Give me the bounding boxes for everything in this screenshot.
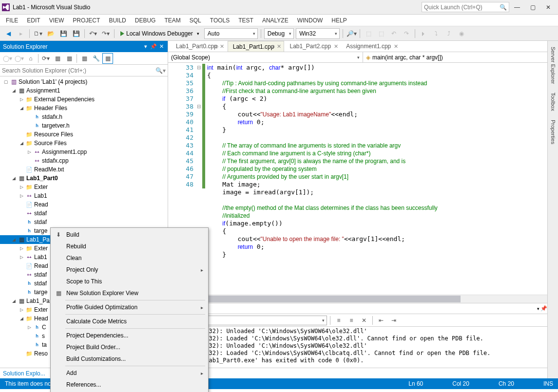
tree-item[interactable]: ▷Assignment1.cpp (0, 148, 168, 156)
step-into-button[interactable]: ⏵ (418, 28, 429, 39)
breakpoint-button[interactable]: ◉ (456, 28, 467, 39)
ctx-add[interactable]: Add (52, 367, 207, 379)
se-refresh-button[interactable]: ▦ (52, 53, 63, 64)
tree-item[interactable]: stdaf (0, 209, 168, 218)
indent-left-button[interactable]: ⇤ (376, 315, 386, 326)
se-home-button[interactable]: ⌂ (25, 53, 36, 64)
side-tab-server-explorer[interactable]: Server Explorer (549, 43, 558, 88)
menu-window[interactable]: WINDOW (293, 16, 327, 25)
tree-item[interactable]: Read (0, 200, 168, 209)
search-icon[interactable]: 🔍▾ (155, 67, 166, 74)
menu-edit[interactable]: EDIT (23, 16, 44, 25)
ctx-new-solution-explorer-view[interactable]: ▦New Solution Explorer View (52, 287, 207, 299)
tree-item[interactable]: ▷External Dependencies (0, 95, 168, 104)
panel-close-icon[interactable]: ✕ (158, 43, 165, 50)
expand-icon[interactable]: ◢ (19, 316, 24, 321)
code-editor[interactable]: 33 34 35 36 37 38 39 40 41 42 43 44 45 4… (168, 63, 558, 295)
horizontal-scrollbar[interactable] (168, 295, 558, 303)
close-tab-icon[interactable]: ✕ (393, 43, 399, 50)
tree-item[interactable]: stdaf (0, 218, 168, 226)
editor-tab[interactable]: Lab1_Part1.cpp⊘✕ (228, 41, 285, 52)
pin-icon[interactable]: 📌 (540, 305, 547, 312)
tree-item[interactable]: ◢Lab1_Part0 (0, 174, 168, 183)
find-in-files-button[interactable]: 🔎▾ (346, 28, 357, 39)
se-forward-button[interactable]: ◯▾ (14, 53, 24, 64)
menu-test[interactable]: TEST (234, 16, 257, 25)
menu-view[interactable]: VIEW (45, 16, 68, 25)
open-file-button[interactable]: 📂 (45, 28, 56, 39)
menu-file[interactable]: FILE (2, 16, 22, 25)
ctx-build[interactable]: ⬇Build (52, 229, 207, 241)
ctx-rebuild[interactable]: Rebuild (52, 241, 207, 252)
tree-item[interactable]: ◢Assignment1 (0, 86, 168, 95)
close-button[interactable]: ✕ (540, 1, 556, 13)
menu-sql[interactable]: SQL (186, 16, 205, 25)
ctx-project-only[interactable]: Project Only (52, 264, 207, 276)
side-tab-properties[interactable]: Properties (549, 116, 558, 148)
clear-output-button[interactable]: ≡ (333, 315, 344, 326)
project-context-menu[interactable]: ⬇BuildRebuildCleanProject OnlyScope to T… (50, 227, 209, 392)
comment-button[interactable]: ⬚ (363, 28, 374, 39)
se-properties-button[interactable]: ▦ (79, 53, 90, 64)
tree-item[interactable]: Resource Files (0, 130, 168, 139)
ctx-profile-guided-optimization[interactable]: Profile Guided Optimization (52, 301, 207, 313)
menu-build[interactable]: BUILD (105, 16, 130, 25)
menu-project[interactable]: PROJECT (69, 16, 104, 25)
minimize-button[interactable]: — (509, 1, 525, 13)
indent-right-button[interactable]: ⇥ (388, 315, 399, 326)
expand-icon[interactable]: ◢ (11, 88, 17, 93)
scope-left[interactable]: (Global Scope) (168, 52, 363, 62)
ctx-build-customizations-[interactable]: Build Customizations... (52, 353, 207, 365)
scope-right[interactable]: ◈main(int argc, char * argv[]) (363, 52, 558, 62)
menu-tools[interactable]: TOOLS (206, 16, 233, 25)
maximize-button[interactable]: ▢ (525, 1, 540, 13)
expand-icon[interactable]: ◢ (11, 176, 17, 181)
tree-item[interactable]: ▢Solution 'Lab1' (4 projects) (0, 77, 168, 86)
toggle-wrap-button[interactable]: ≡ (346, 315, 357, 326)
ctx-project-dependencies-[interactable]: Project Dependencies... (52, 330, 207, 341)
ctx-clean[interactable]: Clean (52, 252, 207, 264)
output-panel-dropdown-icon[interactable]: ▾ (537, 306, 539, 311)
expand-icon[interactable]: ◢ (11, 299, 17, 303)
search-icon[interactable]: 🔍 (500, 4, 507, 11)
tree-item[interactable]: ▷Lab1 (0, 191, 168, 200)
quick-launch-input[interactable] (424, 4, 500, 11)
expand-icon[interactable]: ◢ (19, 106, 24, 111)
pin-icon[interactable]: 📌 (150, 43, 157, 50)
expand-icon[interactable]: ▷ (19, 193, 24, 198)
editor-tab[interactable]: Assignment1.cpp✕ (341, 41, 401, 52)
close-tab-icon[interactable]: ✕ (333, 43, 339, 50)
se-showall-button[interactable]: ▦ (64, 53, 75, 64)
solution-explorer-search[interactable]: 🔍▾ (0, 65, 168, 76)
undo2-button[interactable]: ↶ (388, 28, 399, 39)
code-text[interactable]: int main(int argc, char* argv[]) { //Tip… (205, 63, 558, 295)
expand-icon[interactable]: ▷ (19, 97, 24, 102)
redo2-button[interactable]: ↷ (401, 28, 412, 39)
editor-tab[interactable]: Lab1_Part2.cpp✕ (285, 41, 341, 52)
save-button[interactable]: 💾 (58, 28, 69, 39)
pin-icon[interactable]: ⊘ (214, 44, 218, 49)
nav-back-button[interactable]: ◀ (3, 28, 14, 39)
tree-item[interactable]: stdafx.cpp (0, 156, 168, 165)
output-clear-button[interactable]: ✕ (359, 315, 369, 326)
expand-icon[interactable]: ▷ (19, 255, 24, 260)
expand-icon[interactable]: ◢ (11, 237, 17, 242)
solution-config[interactable]: Debug (264, 28, 294, 39)
undo-button[interactable]: ↶▾ (88, 28, 98, 39)
menu-help[interactable]: HELP (327, 16, 350, 25)
tree-item[interactable]: targetver.h (0, 121, 168, 130)
pin-icon[interactable]: ⊘ (271, 44, 275, 49)
menu-debug[interactable]: DEBUG (131, 16, 160, 25)
se-wrench-button[interactable]: 🔧 (91, 53, 101, 64)
new-project-button[interactable]: 🗋▾ (33, 28, 43, 39)
ctx-project-build-order-[interactable]: Project Build Order... (52, 341, 207, 353)
expand-icon[interactable]: ▷ (26, 325, 32, 330)
tree-item[interactable]: ◢Header Files (0, 104, 168, 112)
menu-analyze[interactable]: ANALYZE (258, 16, 292, 25)
step-out-button[interactable]: ⤴ (443, 28, 454, 39)
output-text[interactable]: 0.exe' (Win32): Unloaded 'C:\Windows\Sys… (168, 327, 558, 368)
expand-icon[interactable]: ▷ (19, 246, 24, 251)
ctx-calculate-code-metrics[interactable]: Calculate Code Metrics (52, 316, 207, 327)
se-back-button[interactable]: ◯▾ (2, 53, 13, 64)
tree-item[interactable]: stdafx.h (0, 112, 168, 121)
